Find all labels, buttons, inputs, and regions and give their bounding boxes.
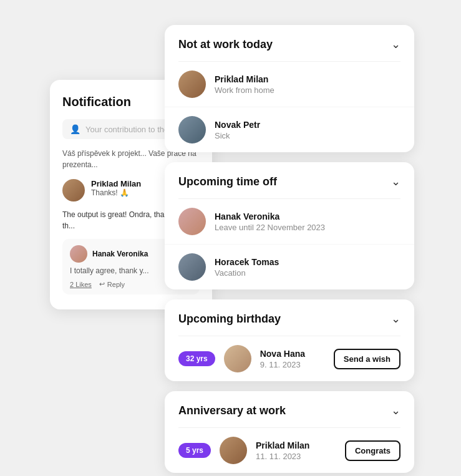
- reply-user-name: Hanak Veronika: [92, 250, 148, 258]
- person-row: 32 yrs Nova Hana 9. 11. 2023 Send a wish: [165, 336, 414, 381]
- card-title-anniversary: Anniversary at work: [178, 404, 286, 417]
- card-header-upcoming-time-off[interactable]: Upcoming time off ⌄: [165, 162, 414, 198]
- person-row: 5 yrs Priklad Milan 11. 11. 2023 Congrat…: [165, 428, 414, 473]
- person-avatar: [178, 70, 206, 98]
- likes-count[interactable]: 2 Likes: [70, 281, 92, 288]
- person-status: 9. 11. 2023: [260, 360, 325, 369]
- person-name: Priklad Milan: [215, 74, 400, 84]
- card-title-upcoming-birthday: Upcoming birthday: [178, 313, 281, 326]
- chevron-down-icon: ⌄: [391, 37, 400, 51]
- action-button-send-a-wish[interactable]: Send a wish: [334, 349, 400, 369]
- person-status: Leave until 22 November 2023: [215, 223, 400, 232]
- card-not-at-work: Not at work today ⌄ Priklad Milan Work f…: [165, 25, 414, 152]
- years-badge: 5 yrs: [178, 443, 211, 458]
- person-status: Sick: [215, 131, 400, 140]
- person-avatar: [178, 253, 206, 281]
- commenter-text: Thanks! 🙏: [91, 188, 141, 197]
- person-avatar: [178, 208, 206, 235]
- chevron-down-icon: ⌄: [391, 404, 400, 417]
- person-name: Novak Petr: [215, 120, 400, 130]
- person-row: Novak Petr Sick: [165, 107, 414, 152]
- reply-arrow-icon: ↩: [99, 280, 105, 288]
- reply-avatar: [70, 245, 87, 263]
- person-name: Hanak Veronika: [215, 211, 400, 221]
- cards-stack: Not at work today ⌄ Priklad Milan Work f…: [165, 25, 414, 476]
- commenter-name: Priklad Milan: [91, 179, 141, 188]
- person-name: Nova Hana: [260, 349, 325, 359]
- person-status: Vacation: [215, 268, 400, 278]
- reply-button[interactable]: ↩ Reply: [99, 280, 125, 288]
- person-avatar: [178, 116, 206, 143]
- card-upcoming-birthday: Upcoming birthday ⌄ 32 yrs Nova Hana 9. …: [165, 299, 414, 381]
- years-badge: 32 yrs: [178, 351, 215, 366]
- action-button-congrats[interactable]: Congrats: [345, 440, 400, 461]
- person-row: Hanak Veronika Leave until 22 November 2…: [165, 199, 414, 244]
- card-header-anniversary[interactable]: Anniversary at work ⌄: [165, 391, 414, 427]
- card-title-upcoming-time-off: Upcoming time off: [178, 175, 277, 188]
- card-title-not-at-work: Not at work today: [178, 38, 273, 51]
- person-icon: 👤: [70, 124, 80, 134]
- person-avatar: [220, 437, 247, 464]
- chevron-down-icon: ⌄: [391, 175, 400, 188]
- person-name: Priklad Milan: [256, 440, 336, 450]
- person-avatar: [224, 345, 251, 372]
- person-row: Horacek Tomas Vacation: [165, 244, 414, 289]
- commenter-avatar: [62, 179, 85, 202]
- person-status: Work from home: [215, 85, 400, 95]
- card-header-upcoming-birthday[interactable]: Upcoming birthday ⌄: [165, 299, 414, 336]
- chevron-down-icon: ⌄: [391, 312, 400, 326]
- person-status: 11. 11. 2023: [256, 452, 336, 461]
- person-row: Priklad Milan Work from home: [165, 62, 414, 107]
- card-header-not-at-work[interactable]: Not at work today ⌄: [165, 25, 414, 61]
- person-name: Horacek Tomas: [215, 257, 400, 267]
- card-upcoming-time-off: Upcoming time off ⌄ Hanak Veronika Leave…: [165, 162, 414, 289]
- card-anniversary: Anniversary at work ⌄ 5 yrs Priklad Mila…: [165, 391, 414, 473]
